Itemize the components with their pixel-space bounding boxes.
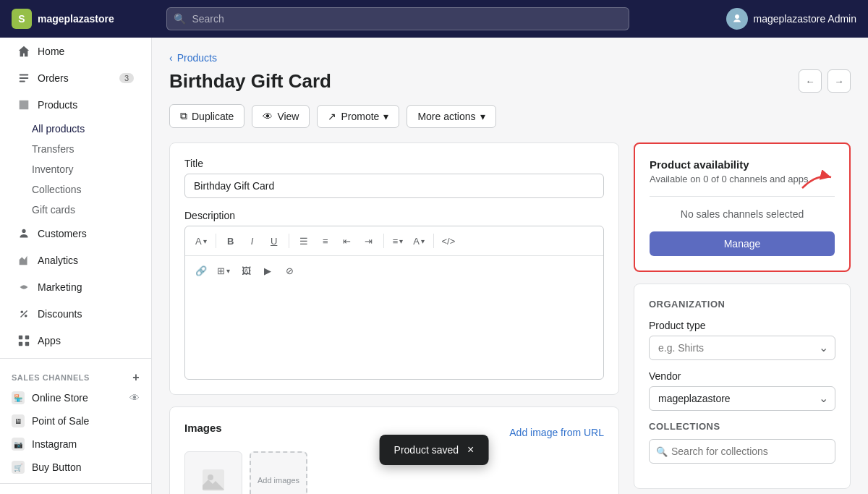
svg-point-5 [25,315,27,318]
sidebar-item-home[interactable]: Home [6,38,145,64]
rte-underline-button[interactable]: U [264,231,284,251]
svg-rect-2 [20,77,29,79]
product-type-label: Product type [649,320,835,331]
sidebar-item-products[interactable]: Products [6,92,145,118]
content-grid: Title Description A ▾ B I [169,142,851,494]
rte-divider-4 [433,234,434,248]
vendor-input[interactable] [649,386,835,411]
toast-close-button[interactable]: × [467,443,474,456]
rte-bullet-list-button[interactable]: ☰ [294,231,314,251]
sidebar-item-label: Marketing [38,281,82,293]
home-icon [17,45,30,58]
sidebar-item-label: Products [38,99,77,111]
sidebar-item-orders[interactable]: Orders 3 [6,65,145,91]
breadcrumb[interactable]: ‹ Products [169,52,851,64]
rte-bold-button[interactable]: B [221,231,241,251]
sidebar-item-apps[interactable]: Apps [6,328,145,354]
orders-badge: 3 [119,73,134,83]
vendor-wrapper [649,386,835,411]
orders-icon [17,72,30,85]
next-product-button[interactable]: → [827,69,851,93]
title-label: Title [184,158,604,169]
sidebar-sub-collections[interactable]: Collections [0,179,151,200]
sidebar-item-discounts[interactable]: Discounts [6,301,145,327]
product-type-wrapper [649,336,835,360]
collections-search-input[interactable] [649,439,835,464]
product-type-input[interactable] [649,336,835,360]
sidebar-item-label: Orders [38,72,69,84]
channel-label: Instagram [32,438,77,450]
topbar-user[interactable]: mageplazastore Admin [726,8,856,30]
svg-point-12 [208,474,213,480]
chevron-left-icon: ‹ [169,52,173,64]
sidebar-item-marketing[interactable]: Marketing [6,274,145,300]
sidebar-item-analytics[interactable]: Analytics [6,247,145,273]
rte-indent-decrease-button[interactable]: ⇤ [337,231,357,251]
rte-color-button[interactable]: A ▾ [409,231,429,251]
add-channel-button[interactable]: + [132,372,140,383]
availability-card: Product availability Available on 0 of 0… [634,142,851,272]
manage-button[interactable]: Manage [650,231,835,256]
sidebar-channel-instagram[interactable]: 📷 Instagram [0,433,151,456]
promote-button[interactable]: ↗ Promote ▾ [317,105,399,128]
view-button[interactable]: 👁 View [252,105,310,128]
title-input[interactable] [184,174,604,198]
rte-link-button[interactable]: 🔗 [191,260,211,281]
title-card: Title Description A ▾ B I [169,142,619,395]
buy-button-icon: 🛒 [12,461,25,474]
rte-table-button[interactable]: ⊞ ▾ [213,260,234,281]
duplicate-button[interactable]: ⧉ Duplicate [169,104,244,128]
channel-label: Buy Button [32,461,82,473]
add-image-url-link[interactable]: Add image from URL [509,427,604,438]
rte-divider-3 [383,234,384,248]
image-thumb-1[interactable] [184,451,242,494]
search-input[interactable] [166,7,629,30]
instagram-icon: 📷 [12,438,25,451]
sidebar-sub-inventory[interactable]: Inventory [0,159,151,179]
sidebar-sub-transfers[interactable]: Transfers [0,139,151,159]
rte-toolbar-2: 🔗 ⊞ ▾ 🖼 ▶ ⊘ [185,256,603,285]
toast-message: Product saved [394,444,459,456]
rte-font-button[interactable]: A ▾ [191,231,211,251]
page-header: Birthday Gift Card ← → [169,69,851,93]
rte-indent-increase-button[interactable]: ⇥ [359,231,379,251]
topbar: S mageplazastore 🔍 mageplazastore Admin [0,0,868,38]
sidebar-channel-buy-button[interactable]: 🛒 Buy Button [0,456,151,479]
rte-italic-button[interactable]: I [242,231,263,251]
sidebar-item-label: Customers [38,228,87,239]
sidebar-item-settings[interactable]: Settings [6,488,145,494]
availability-arrow [795,170,838,192]
add-images-button[interactable]: Add images [250,451,307,494]
svg-rect-9 [19,342,22,346]
rte-image-button[interactable]: 🖼 [236,260,256,281]
channel-label: Point of Sale [32,415,89,427]
pos-icon: 🖥 [12,414,25,427]
organization-card: Organization Product type Vendor [634,284,851,489]
add-images-label: Add images [258,476,299,485]
visibility-icon: 👁 [129,392,140,404]
discounts-icon [17,307,30,320]
marketing-icon [17,281,30,294]
sidebar-item-customers[interactable]: Customers [6,221,145,247]
collections-search: 🔍 [649,439,835,464]
rte-content-area[interactable] [185,285,603,379]
sidebar-channel-point-of-sale[interactable]: 🖥 Point of Sale [0,409,151,433]
rte-code-button[interactable]: </> [438,231,459,251]
rte-clear-button[interactable]: ⊘ [279,260,299,281]
main-layout: Home Orders 3 Products All products Tran… [0,38,868,494]
action-bar: ⧉ Duplicate 👁 View ↗ Promote ▾ More acti… [169,104,851,128]
rte-video-button[interactable]: ▶ [258,260,278,281]
rte-ordered-list-button[interactable]: ≡ [315,231,336,251]
prev-product-button[interactable]: ← [799,69,822,93]
duplicate-icon: ⧉ [180,110,187,122]
sidebar-item-label: Analytics [38,255,78,266]
sidebar-channel-online-store[interactable]: 🏪 Online Store 👁 [0,386,151,409]
sidebar-sub-gift-cards[interactable]: Gift cards [0,200,151,220]
analytics-icon [17,254,30,267]
more-actions-chevron-icon: ▾ [480,111,485,122]
right-panel: Product availability Available on 0 of 0… [634,142,851,494]
rte-align-button[interactable]: ≡ ▾ [388,231,408,251]
sidebar-sub-all-products[interactable]: All products [0,119,151,139]
topbar-logo[interactable]: S mageplazastore [12,9,114,29]
more-actions-button[interactable]: More actions ▾ [407,105,495,128]
